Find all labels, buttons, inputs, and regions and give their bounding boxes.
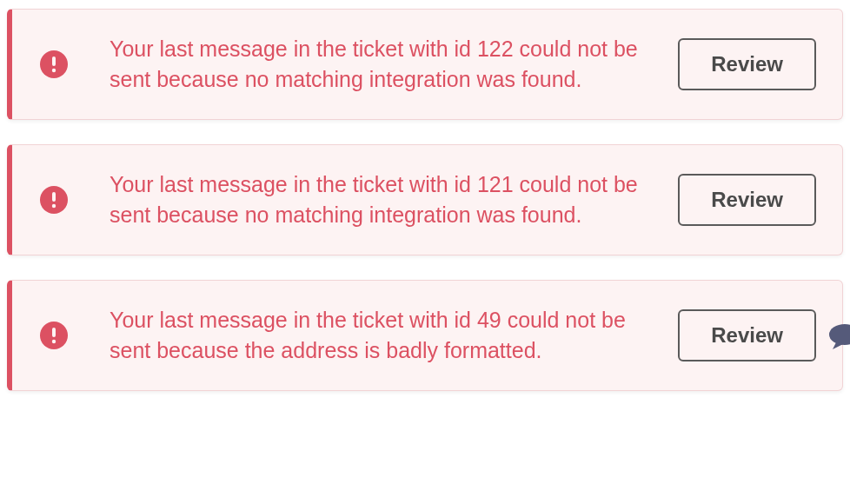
chat-widget[interactable] — [820, 323, 850, 349]
alert-icon — [40, 50, 68, 78]
alert-icon — [40, 186, 68, 214]
alert-icon-wrap — [40, 322, 68, 349]
error-message: Your last message in the ticket with id … — [110, 305, 678, 366]
error-message: Your last message in the ticket with id … — [110, 34, 678, 95]
review-button[interactable]: Review — [678, 38, 816, 90]
error-notification: Your last message in the ticket with id … — [7, 144, 843, 255]
error-notification: Your last message in the ticket with id … — [7, 280, 843, 391]
svg-point-6 — [829, 324, 850, 345]
svg-rect-0 — [52, 56, 56, 66]
svg-point-1 — [52, 69, 56, 72]
exclamation-icon — [50, 327, 57, 344]
alert-icon — [40, 322, 68, 349]
svg-rect-2 — [52, 192, 56, 202]
action-wrap: Review — [678, 309, 816, 361]
action-wrap: Review — [678, 174, 816, 226]
svg-point-3 — [52, 204, 56, 208]
action-wrap: Review — [678, 38, 816, 90]
review-button[interactable]: Review — [678, 174, 816, 226]
review-button[interactable]: Review — [678, 309, 816, 361]
error-message: Your last message in the ticket with id … — [110, 169, 678, 230]
alert-icon-wrap — [40, 50, 68, 78]
exclamation-icon — [50, 191, 57, 209]
alert-icon-wrap — [40, 186, 68, 214]
svg-rect-4 — [52, 328, 56, 337]
chat-icon — [820, 323, 850, 349]
exclamation-icon — [50, 56, 57, 73]
error-notification: Your last message in the ticket with id … — [7, 9, 843, 120]
svg-point-5 — [52, 340, 56, 343]
